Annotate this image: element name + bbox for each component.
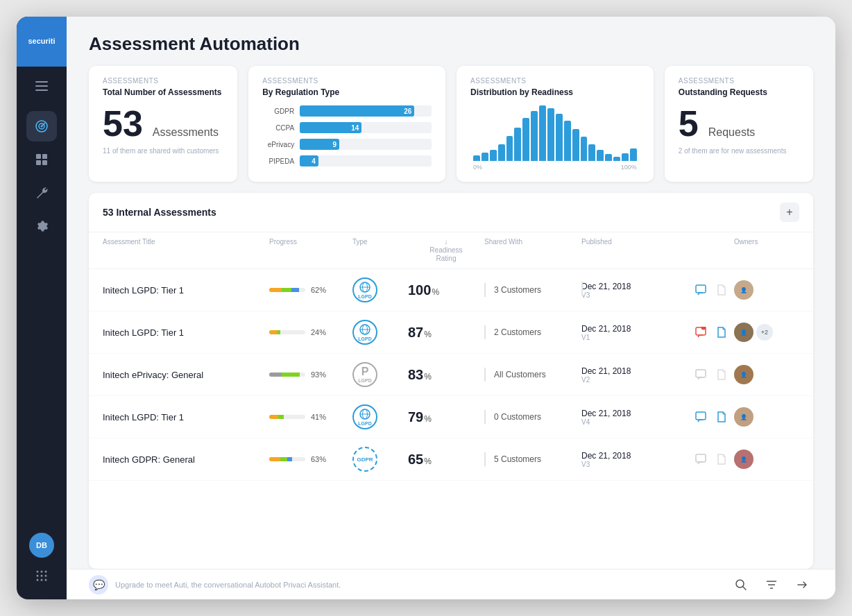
svg-point-14 [37, 575, 39, 577]
readiness-unit: % [424, 456, 432, 466]
chat-action-button[interactable] [692, 451, 709, 468]
stat-label-distribution: Assessments [470, 77, 640, 85]
page-title: Assessment Automation [89, 33, 813, 55]
col-header-shared: Shared With [484, 238, 581, 263]
add-assessment-button[interactable]: + [780, 203, 799, 222]
col-header-owners: Owners [734, 238, 813, 263]
progress-seg [291, 288, 298, 292]
progress-seg [282, 373, 300, 377]
assessment-name: Initech LGPD: Tier 1 [103, 285, 269, 296]
owners-cell: 👤 [734, 407, 813, 427]
progress-bar [269, 415, 305, 419]
doc-action-button[interactable] [713, 282, 730, 298]
svg-rect-2 [35, 89, 48, 91]
readiness-number: 65 [408, 452, 423, 468]
menu-button[interactable] [17, 69, 67, 103]
doc-action-button[interactable] [713, 324, 730, 341]
apps-grid-icon[interactable] [29, 563, 54, 588]
pub-version: V3 [581, 291, 692, 299]
doc-action-button[interactable] [713, 451, 730, 468]
actions-cell [692, 366, 734, 383]
progress-bar [269, 330, 305, 334]
owner-avatar: 👤 [734, 365, 753, 384]
user-avatar[interactable]: DB [29, 533, 54, 558]
distribution-chart [470, 105, 640, 161]
bar-label-eprivacy: ePrivacy [262, 141, 294, 148]
owners-cell: 👤 [734, 450, 813, 469]
progress-pct: 93% [311, 370, 326, 379]
share-footer-button[interactable] [791, 574, 813, 596]
stat-card-distribution: Assessments Distribution by Readiness [457, 66, 654, 182]
stats-row: Assessments Total Number of Assessments … [67, 66, 835, 182]
type-icon-lgpd: LGPD [352, 320, 377, 345]
readiness-unit: % [424, 414, 432, 424]
table-column-headers: Assessment Title Progress Type ↓ Readine… [89, 232, 813, 269]
progress-seg [269, 415, 278, 419]
progress-seg [269, 457, 280, 461]
sidebar-bottom: DB [29, 533, 54, 599]
bar-track-pipeda: 4 [300, 155, 432, 166]
sidebar-logo[interactable]: securiti [17, 17, 67, 67]
chat-action-button[interactable] [692, 366, 709, 383]
progress-seg [269, 373, 282, 377]
filter-footer-button[interactable] [760, 574, 783, 596]
readiness-unit: % [432, 287, 439, 297]
bar-label-pipeda: PIPEDA [262, 157, 294, 165]
owner-avatar: 👤 [734, 280, 753, 300]
divider [484, 368, 486, 382]
sidebar-nav [26, 111, 57, 533]
stat-title-regulation: By Regulation Type [262, 87, 432, 97]
chat-action-button[interactable] [692, 282, 709, 298]
progress-seg [280, 457, 287, 461]
readiness-cell: 87 % [408, 325, 484, 341]
table-body: Initech LGPD: Tier 1 62% [89, 269, 813, 569]
wrench-icon [35, 186, 49, 200]
bar-track-ccpa: 14 [300, 122, 432, 133]
dist-bar-18 [613, 157, 620, 161]
search-footer-button[interactable] [730, 574, 752, 596]
svg-rect-10 [42, 160, 47, 165]
dist-bar-19 [622, 153, 629, 161]
dist-bar-4 [498, 144, 505, 161]
doc-action-button[interactable] [713, 409, 730, 425]
bar-chart: GDPR 26 CCPA 14 [262, 105, 432, 166]
svg-point-16 [45, 575, 47, 577]
chat-action-button[interactable] [692, 324, 709, 341]
table-row: Initech LGPD: Tier 1 41% [89, 396, 813, 438]
progress-bar [269, 373, 305, 377]
type-icon-gdpr: GDPR [352, 447, 377, 472]
svg-point-12 [41, 571, 43, 573]
table-row: Initech GDPR: General 63% GDPR [89, 438, 813, 481]
svg-rect-29 [696, 370, 706, 377]
doc-action-button[interactable] [713, 366, 730, 383]
filter-icon [765, 579, 778, 591]
shared-cell: 5 Customers [484, 452, 581, 466]
pub-date: Dec 21, 2018 [581, 366, 692, 376]
dist-bar-11 [556, 114, 563, 161]
stat-number-total: 53 [103, 105, 143, 142]
pub-date: Dec 21, 2018 [581, 282, 692, 291]
bar-fill-pipeda: 4 [300, 155, 318, 166]
progress-cell: 41% [269, 413, 352, 421]
pub-date: Dec 21, 2018 [581, 451, 692, 461]
shared-text: 2 Customers [494, 327, 541, 337]
assessment-name: Initech LGPD: Tier 1 [103, 412, 269, 422]
dist-bar-1 [473, 155, 480, 161]
pub-date: Dec 21, 2018 [581, 409, 692, 418]
sidebar-item-dashboard[interactable] [26, 144, 57, 175]
type-icon-eprivacy: P LGPD [352, 362, 377, 387]
sidebar-item-radar[interactable] [26, 111, 57, 142]
sidebar-item-tools[interactable] [26, 178, 57, 208]
type-icon-lgpd: LGPD [352, 277, 377, 302]
table-header: 53 Internal Assessments + [89, 193, 813, 232]
shared-text: 3 Customers [494, 285, 541, 295]
dist-bar-12 [564, 121, 571, 161]
progress-pct: 63% [311, 455, 326, 463]
pub-date: Dec 21, 2018 [581, 324, 692, 334]
bar-fill-ccpa: 14 [300, 122, 361, 133]
sidebar-item-settings[interactable] [26, 211, 57, 241]
progress-pct: 24% [311, 328, 326, 336]
pub-version: V4 [581, 418, 692, 426]
dist-bar-13 [572, 129, 579, 161]
chat-action-button[interactable] [692, 409, 709, 425]
